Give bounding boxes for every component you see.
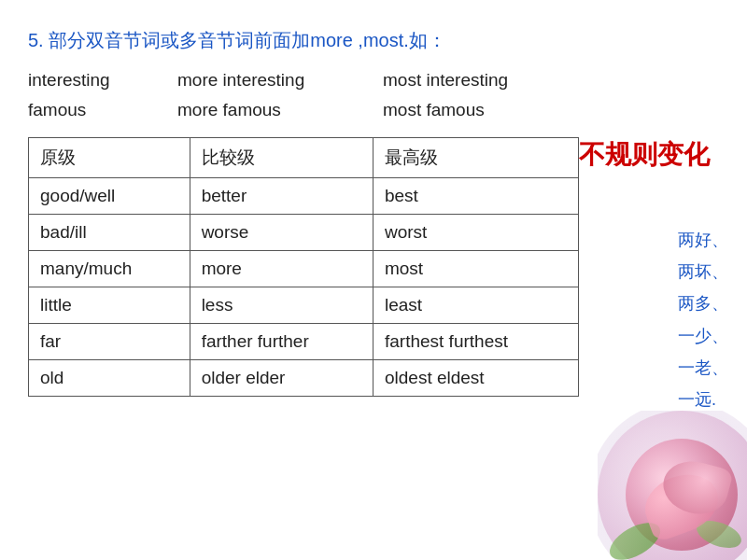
- side-note-5: 一老、: [678, 352, 728, 384]
- side-note-1: 两好、: [678, 224, 728, 256]
- row-3-superlative: most: [373, 251, 578, 287]
- examples-section: interesting more interesting most intere…: [28, 70, 719, 120]
- row-6-base: old: [29, 360, 190, 397]
- table-row: good/well better best: [29, 178, 579, 215]
- header-base: 原级: [29, 138, 190, 178]
- irregular-label: 不规则变化: [579, 137, 710, 173]
- row-1-comparative: better: [190, 178, 373, 215]
- table-row: many/much more most: [29, 251, 579, 287]
- example-1-superlative: most interesting: [383, 70, 588, 91]
- row-2-superlative: worst: [373, 215, 578, 251]
- example-2-comparative: more famous: [177, 100, 383, 120]
- example-1-comparative: more interesting: [177, 70, 383, 91]
- example-row-1: interesting more interesting most intere…: [28, 70, 719, 91]
- rose-decoration: [598, 411, 747, 560]
- table-row: little less least: [29, 287, 579, 324]
- row-3-base: many/much: [29, 251, 190, 287]
- side-note-4: 一少、: [678, 320, 728, 352]
- row-4-comparative: less: [190, 287, 373, 324]
- side-notes: 两好、 两坏、 两多、 一少、 一老、 一远.: [678, 224, 728, 415]
- row-6-superlative: oldest eldest: [373, 360, 578, 397]
- row-5-comparative: farther further: [190, 324, 373, 360]
- row-1-superlative: best: [373, 178, 578, 215]
- row-4-base: little: [29, 287, 190, 324]
- header-comparative: 比较级: [190, 138, 373, 178]
- slide: 5. 部分双音节词或多音节词前面加more ,most.如： interesti…: [0, 0, 747, 560]
- row-5-base: far: [29, 324, 190, 360]
- side-note-2: 两坏、: [678, 256, 728, 287]
- comparison-table: 原级 比较级 最高级 good/well better best bad/ill…: [28, 137, 579, 397]
- row-2-base: bad/ill: [29, 215, 190, 251]
- table-row: far farther further farthest furthest: [29, 324, 579, 360]
- row-1-base: good/well: [29, 178, 190, 215]
- title: 5. 部分双音节词或多音节词前面加more ,most.如：: [28, 28, 719, 53]
- example-row-2: famous more famous most famous: [28, 100, 719, 120]
- row-5-superlative: farthest furthest: [373, 324, 578, 360]
- row-6-comparative: older elder: [190, 360, 373, 397]
- example-2-base: famous: [28, 100, 177, 120]
- side-note-3: 两多、: [678, 287, 728, 319]
- row-2-comparative: worse: [190, 215, 373, 251]
- row-3-comparative: more: [190, 251, 373, 287]
- row-4-superlative: least: [373, 287, 578, 324]
- example-2-superlative: most famous: [383, 100, 588, 120]
- example-1-base: interesting: [28, 70, 177, 91]
- table-row: old older elder oldest eldest: [29, 360, 579, 397]
- table-section: 不规则变化 原级 比较级 最高级 good/well better best b…: [28, 137, 719, 397]
- header-superlative: 最高级: [373, 138, 578, 178]
- table-header-row: 原级 比较级 最高级: [29, 138, 579, 178]
- table-row: bad/ill worse worst: [29, 215, 579, 251]
